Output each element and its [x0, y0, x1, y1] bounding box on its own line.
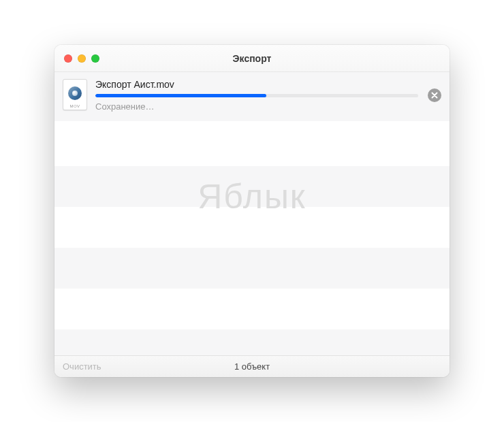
- empty-list-background: [54, 125, 450, 355]
- clear-button[interactable]: Очистить: [54, 361, 110, 372]
- file-ext-label: MOV: [69, 104, 80, 108]
- content-area: MOV Экспорт Аист.mov Сохранение…: [54, 72, 450, 355]
- minimize-window-button[interactable]: [78, 54, 86, 63]
- close-window-button[interactable]: [64, 54, 72, 63]
- export-window: Экспорт MOV Экспорт Аист.mov Сохранение…: [54, 45, 450, 377]
- item-count-label: 1 объект: [54, 361, 450, 372]
- quicktime-icon: [68, 86, 82, 100]
- export-item-main: Экспорт Аист.mov Сохранение…: [95, 79, 418, 112]
- window-title: Экспорт: [54, 53, 450, 64]
- progress-bar: [95, 94, 418, 97]
- close-icon: [431, 92, 438, 99]
- export-item-row[interactable]: MOV Экспорт Аист.mov Сохранение…: [54, 72, 450, 121]
- traffic-lights: [54, 54, 99, 63]
- footer-bar: Очистить 1 объект: [54, 355, 450, 377]
- export-status: Сохранение…: [95, 101, 418, 112]
- zoom-window-button[interactable]: [91, 54, 99, 63]
- export-filename: Экспорт Аист.mov: [95, 79, 418, 90]
- progress-fill: [95, 94, 266, 97]
- cancel-export-button[interactable]: [428, 88, 441, 102]
- mov-file-icon: MOV: [63, 79, 87, 110]
- titlebar: Экспорт: [54, 45, 450, 72]
